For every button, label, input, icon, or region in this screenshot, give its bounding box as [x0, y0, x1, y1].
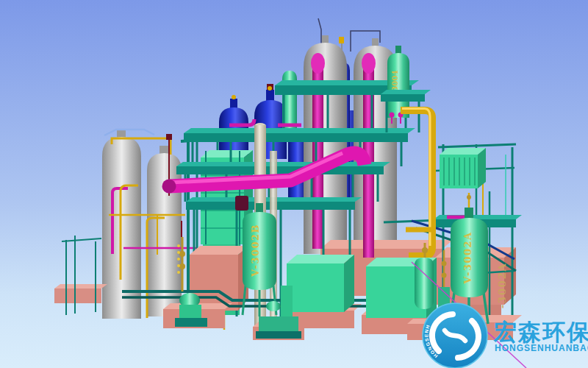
render-viewport: E-3004 [0, 0, 588, 368]
vessel-v3002b-label: V-3002B [250, 224, 261, 277]
logo-company-name-en: HONGSENHUANBAO [495, 343, 588, 353]
logo-company-name-cn: 宏森环保 [493, 319, 588, 345]
vessel-v3002a-label: V-3002A [462, 231, 473, 284]
plant-3d-render: E-3004 [0, 0, 588, 368]
vessel-v3002a-ghost-label: -3002A [496, 263, 508, 309]
